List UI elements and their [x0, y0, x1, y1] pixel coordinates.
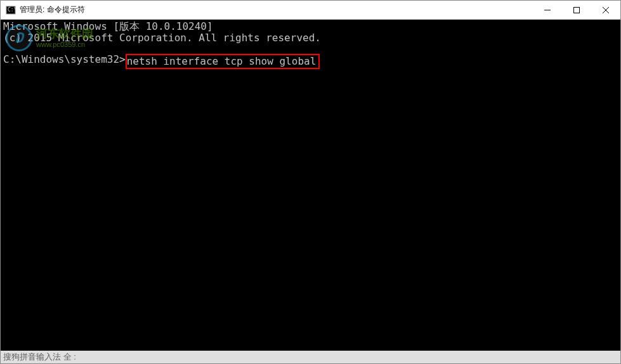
terminal-line-version: Microsoft Windows [版本 10.0.10240]	[1, 21, 620, 32]
command-highlight-box: netsh interface tcp show global	[126, 54, 320, 69]
watermark-letter: D	[15, 32, 23, 44]
close-button[interactable]	[591, 1, 620, 19]
ime-status-text: 搜狗拼音输入法 全 :	[3, 351, 76, 363]
terminal-line-copyright: (c) 2015 Microsoft Corporation. All righ…	[1, 32, 620, 44]
terminal-output[interactable]: D 河东软件园 www.pc0359.cn Microsoft Windows …	[1, 20, 620, 363]
app-icon: C:\	[6, 5, 16, 15]
titlebar[interactable]: C:\ 管理员: 命令提示符	[1, 1, 620, 20]
minimize-button[interactable]	[533, 1, 562, 19]
terminal-command: netsh interface tcp show global	[127, 55, 317, 67]
svg-rect-3	[574, 7, 580, 13]
window-title: 管理员: 命令提示符	[20, 4, 533, 15]
watermark-logo: D	[6, 25, 32, 51]
terminal-prompt-line: C:\Windows\system32>netsh interface tcp …	[1, 54, 620, 69]
command-prompt-window: C:\ 管理员: 命令提示符 D 河东软件园 www.pc0359.cn	[0, 0, 621, 364]
watermark-url: www.pc0359.cn	[36, 41, 93, 48]
svg-text:C:\: C:\	[8, 7, 16, 13]
maximize-button[interactable]	[562, 1, 591, 19]
window-controls	[533, 1, 620, 19]
watermark: D 河东软件园 www.pc0359.cn	[6, 25, 93, 51]
watermark-text: 河东软件园 www.pc0359.cn	[36, 28, 93, 48]
watermark-sitename: 河东软件园	[36, 28, 93, 41]
terminal-prompt: C:\Windows\system32>	[3, 54, 126, 69]
ime-status-bar[interactable]: 搜狗拼音输入法 全 :	[1, 351, 620, 363]
